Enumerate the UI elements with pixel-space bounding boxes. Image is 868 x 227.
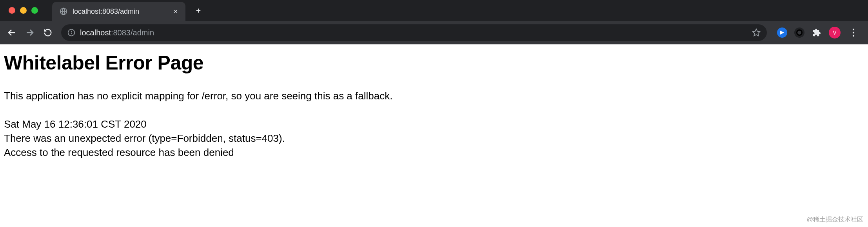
address-host: localhost: [80, 28, 111, 37]
forward-button[interactable]: [22, 25, 38, 40]
extension-icons: V: [772, 27, 864, 38]
extensions-button[interactable]: [812, 27, 822, 38]
avatar[interactable]: V: [829, 27, 841, 38]
back-button[interactable]: [4, 25, 20, 40]
extension-icon-2[interactable]: [794, 27, 804, 38]
tab-title: localhost:8083/admin: [73, 7, 167, 16]
window-controls: [0, 7, 45, 14]
menu-button[interactable]: [848, 28, 859, 37]
address-bar[interactable]: localhost:8083/admin: [61, 24, 767, 41]
extension-icon-1[interactable]: [777, 27, 787, 38]
reload-button[interactable]: [40, 25, 56, 40]
close-tab-button[interactable]: [171, 7, 180, 16]
svg-point-10: [71, 31, 72, 31]
watermark: @稀土掘金技术社区: [807, 216, 863, 224]
error-detail: There was an unexpected error (type=Forb…: [4, 132, 864, 146]
address-rest: :8083/admin: [111, 28, 154, 37]
toolbar: localhost:8083/admin V: [0, 21, 868, 44]
browser-tab[interactable]: localhost:8083/admin: [52, 2, 185, 21]
tab-bar: localhost:8083/admin: [0, 0, 868, 21]
svg-marker-11: [753, 29, 760, 36]
maximize-window-button[interactable]: [31, 7, 38, 14]
avatar-letter: V: [833, 29, 836, 36]
error-heading: Whitelabel Error Page: [4, 51, 864, 74]
browser-chrome: localhost:8083/admin: [0, 0, 868, 44]
new-tab-button[interactable]: [192, 5, 204, 16]
minimize-window-button[interactable]: [20, 7, 27, 14]
globe-icon: [59, 7, 68, 16]
svg-point-12: [853, 29, 854, 30]
svg-point-13: [853, 32, 854, 33]
svg-point-14: [853, 35, 854, 37]
page-content: Whitelabel Error Page This application h…: [0, 44, 868, 167]
info-icon[interactable]: [67, 29, 75, 37]
access-denied-message: Access to the requested resource has bee…: [4, 146, 864, 160]
address-text: localhost:8083/admin: [80, 28, 747, 37]
close-window-button[interactable]: [9, 7, 15, 14]
fallback-message: This application has no explicit mapping…: [4, 89, 864, 103]
error-timestamp: Sat May 16 12:36:01 CST 2020: [4, 117, 864, 132]
bookmark-star-button[interactable]: [752, 28, 761, 37]
